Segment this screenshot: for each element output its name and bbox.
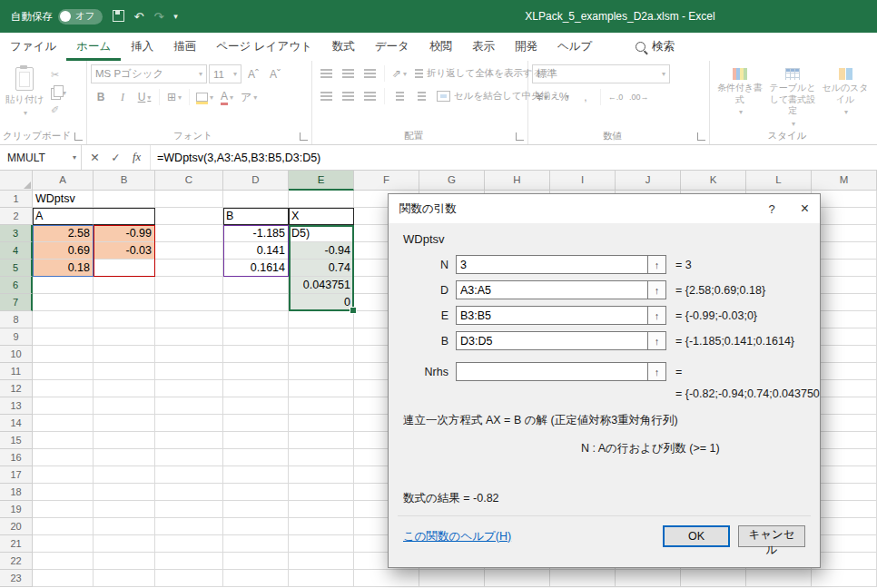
cell-C21[interactable] xyxy=(155,535,223,553)
cell-A15[interactable] xyxy=(33,432,94,449)
cell-B2[interactable] xyxy=(94,208,155,225)
cell-E3[interactable]: D5) xyxy=(289,225,354,242)
conditional-formatting-button[interactable]: 条件付き書式▾ xyxy=(714,64,766,128)
insert-function-icon[interactable]: fx xyxy=(126,151,147,164)
paste-button[interactable]: 貼り付け▾ xyxy=(4,64,45,117)
cell-D4[interactable]: 0.141 xyxy=(223,242,289,260)
cell-A10[interactable] xyxy=(33,346,94,363)
undo-button[interactable]: ↶ xyxy=(134,11,144,23)
col-header-A[interactable]: A xyxy=(33,171,94,191)
field-input-B[interactable] xyxy=(457,332,665,349)
cell-D22[interactable] xyxy=(223,553,289,570)
cell-B20[interactable] xyxy=(94,518,155,535)
cell-A18[interactable] xyxy=(33,484,94,501)
ok-button[interactable]: OK xyxy=(663,525,730,547)
cell-C1[interactable] xyxy=(155,191,223,208)
row-header-20[interactable]: 20 xyxy=(0,518,33,535)
cell-M14[interactable] xyxy=(812,415,877,432)
cell-E11[interactable] xyxy=(289,363,354,380)
cell-F23[interactable] xyxy=(354,570,419,587)
row-header-23[interactable]: 23 xyxy=(0,570,33,587)
tab-校閲[interactable]: 校閲 xyxy=(419,33,462,61)
cell-D18[interactable] xyxy=(223,484,289,501)
cell-E4[interactable]: -0.94 xyxy=(289,242,354,260)
cell-M11[interactable] xyxy=(812,363,877,380)
cell-E21[interactable] xyxy=(289,535,354,553)
font-dialog-launcher-icon[interactable] xyxy=(300,132,308,141)
cell-A9[interactable] xyxy=(33,328,94,346)
cell-E15[interactable] xyxy=(289,432,354,449)
align-left-button[interactable] xyxy=(316,87,336,105)
copy-button[interactable]: ▾ xyxy=(51,85,66,100)
font-size-select[interactable]: 11▾ xyxy=(209,64,241,83)
cell-I23[interactable] xyxy=(550,570,616,587)
cell-M19[interactable] xyxy=(812,501,877,518)
cell-M5[interactable] xyxy=(812,260,877,277)
percent-style-button[interactable]: % xyxy=(554,88,574,106)
field-input-N[interactable] xyxy=(457,256,665,273)
cell-A1[interactable]: WDptsv xyxy=(33,191,94,208)
cell-C7[interactable] xyxy=(155,294,223,311)
row-header-14[interactable]: 14 xyxy=(0,415,33,432)
field-input-Nrhs[interactable] xyxy=(457,363,665,380)
dialog-title-bar[interactable]: 関数の引数 ? × xyxy=(389,194,820,223)
alignment-dialog-launcher-icon[interactable] xyxy=(516,132,524,141)
row-header-11[interactable]: 11 xyxy=(0,363,33,380)
cell-D15[interactable] xyxy=(223,432,289,449)
cell-B22[interactable] xyxy=(94,553,155,570)
cell-K23[interactable] xyxy=(681,570,746,587)
cell-A23[interactable] xyxy=(33,570,94,587)
tab-ファイル[interactable]: ファイル xyxy=(0,33,66,61)
dialog-close-button[interactable]: × xyxy=(801,201,809,217)
cell-E17[interactable] xyxy=(289,466,354,484)
cell-A19[interactable] xyxy=(33,501,94,518)
col-header-G[interactable]: G xyxy=(419,171,485,191)
cell-J23[interactable] xyxy=(616,570,681,587)
cell-M18[interactable] xyxy=(812,484,877,501)
cell-D3[interactable]: -1.185 xyxy=(223,225,289,242)
cell-A17[interactable] xyxy=(33,466,94,484)
row-header-15[interactable]: 15 xyxy=(0,432,33,449)
cell-M20[interactable] xyxy=(812,518,877,535)
cell-C16[interactable] xyxy=(155,449,223,466)
cell-D12[interactable] xyxy=(223,380,289,397)
tab-開発[interactable]: 開発 xyxy=(505,33,547,61)
col-header-F[interactable]: F xyxy=(354,171,419,191)
number-format-select[interactable]: 標準▾ xyxy=(532,64,670,83)
cell-C8[interactable] xyxy=(155,311,223,328)
col-header-B[interactable]: B xyxy=(94,171,155,191)
cell-B18[interactable] xyxy=(94,484,155,501)
function-help-link[interactable]: この関数のヘルプ(H) xyxy=(403,529,511,544)
cell-E1[interactable] xyxy=(289,191,354,208)
collapse-dialog-icon[interactable]: ↑ xyxy=(647,256,665,273)
cell-M13[interactable] xyxy=(812,397,877,415)
cell-D9[interactable] xyxy=(223,328,289,346)
cell-B11[interactable] xyxy=(94,363,155,380)
cell-C20[interactable] xyxy=(155,518,223,535)
col-header-L[interactable]: L xyxy=(746,171,812,191)
cut-button[interactable]: ✂ xyxy=(51,69,66,81)
row-header-17[interactable]: 17 xyxy=(0,466,33,484)
cell-D13[interactable] xyxy=(223,397,289,415)
cancel-button[interactable]: キャンセル xyxy=(738,525,805,547)
cell-M8[interactable] xyxy=(812,311,877,328)
cell-D17[interactable] xyxy=(223,466,289,484)
font-name-select[interactable]: MS Pゴシック▾ xyxy=(91,64,207,83)
row-header-8[interactable]: 8 xyxy=(0,311,33,328)
cell-M1[interactable] xyxy=(812,191,877,208)
format-painter-button[interactable]: ✐ xyxy=(51,104,66,116)
cell-B9[interactable] xyxy=(94,328,155,346)
cell-M22[interactable] xyxy=(812,553,877,570)
name-box[interactable]: MMULT ▾ xyxy=(0,145,82,170)
cell-B3[interactable]: -0.99 xyxy=(94,225,155,242)
cell-E7[interactable]: 0 xyxy=(289,294,354,311)
cell-M3[interactable] xyxy=(812,225,877,242)
cell-A8[interactable] xyxy=(33,311,94,328)
cell-E8[interactable] xyxy=(289,311,354,328)
col-header-M[interactable]: M xyxy=(812,171,877,191)
cell-C11[interactable] xyxy=(155,363,223,380)
increase-indent-button[interactable] xyxy=(411,87,431,105)
cell-E10[interactable] xyxy=(289,346,354,363)
cell-M9[interactable] xyxy=(812,328,877,346)
row-header-19[interactable]: 19 xyxy=(0,501,33,518)
